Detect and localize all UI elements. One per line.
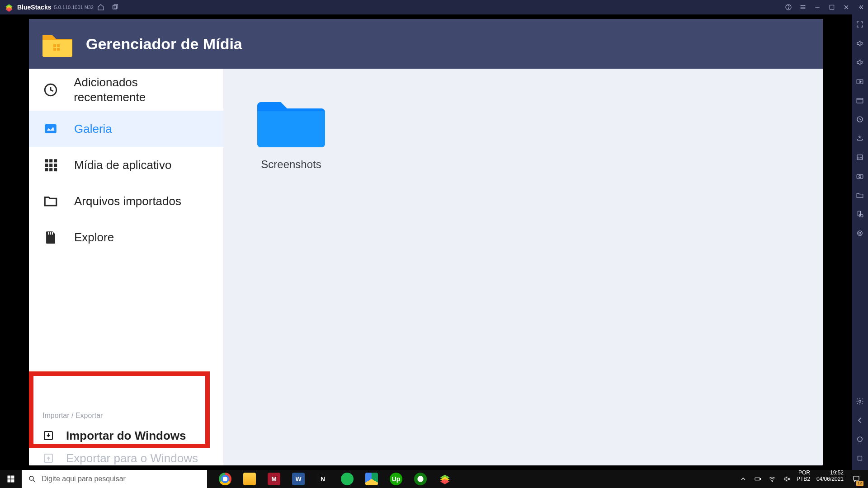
svg-point-16 [859, 400, 861, 403]
back-icon[interactable] [854, 415, 865, 426]
trim-memory-icon[interactable] [854, 133, 865, 144]
svg-rect-22 [57, 48, 60, 51]
help-icon[interactable] [781, 0, 796, 14]
bluestacks-side-toolbar: APK [852, 14, 868, 470]
svg-point-43 [29, 476, 33, 480]
svg-rect-39 [8, 476, 11, 479]
clock-icon [42, 82, 58, 98]
svg-rect-0 [113, 5, 117, 9]
sidebar-item-recent[interactable]: Adicionados recentemente [29, 69, 223, 111]
svg-rect-41 [8, 479, 11, 483]
svg-rect-30 [54, 164, 57, 167]
svg-rect-1 [114, 5, 118, 8]
media-manager-window: Gerenciador de Mídia Adicionados recente… [29, 19, 823, 465]
notification-badge: 12 [856, 481, 863, 486]
sidebar-item-explore[interactable]: Explore [29, 219, 223, 255]
svg-rect-45 [755, 478, 760, 480]
show-desktop-button[interactable] [865, 470, 868, 488]
taskbar-app-upwork[interactable]: Up [387, 470, 405, 488]
svg-rect-34 [48, 232, 49, 235]
export-icon [42, 452, 54, 464]
close-icon[interactable] [839, 0, 854, 14]
sidebar-item-label: Arquivos importados [74, 194, 181, 208]
search-icon [28, 475, 36, 483]
start-button[interactable] [0, 470, 22, 488]
taskbar-app-bluestacks[interactable] [436, 470, 454, 488]
taskbar-app-drive[interactable] [363, 470, 381, 488]
sidebar-item-label: Adicionados recentemente [74, 75, 210, 104]
clock-icon[interactable] [854, 114, 865, 125]
sidebar-item-imported[interactable]: Arquivos importados [29, 183, 223, 219]
svg-rect-33 [54, 168, 57, 171]
media-manager-header: Gerenciador de Mídia [29, 19, 823, 69]
folder-icon [257, 96, 325, 149]
taskbar-app-mendeley[interactable]: M [265, 470, 283, 488]
sidebar-item-label: Galeria [74, 122, 112, 136]
svg-rect-42 [11, 479, 14, 483]
screenshot-icon[interactable] [854, 171, 865, 182]
svg-point-47 [772, 481, 772, 482]
taskbar-app-notion[interactable]: N [314, 470, 332, 488]
language-indicator[interactable]: POR PTB2 [794, 470, 813, 488]
sync-icon[interactable] [854, 95, 865, 106]
svg-rect-20 [57, 44, 60, 47]
wifi-icon[interactable] [769, 475, 776, 483]
sd-card-icon [42, 229, 59, 245]
action-center-icon[interactable]: 12 [847, 470, 865, 488]
bluestacks-logo-icon [5, 3, 14, 12]
rotate-icon[interactable] [854, 209, 865, 220]
recents-nav-icon[interactable] [854, 453, 865, 464]
clock-date: 04/06/2021 [816, 476, 844, 483]
taskbar-app-spotify[interactable] [338, 470, 356, 488]
install-apk-icon[interactable]: APK [854, 152, 865, 163]
taskbar-app-chrome[interactable] [216, 470, 234, 488]
svg-rect-48 [854, 476, 859, 480]
minimize-icon[interactable] [810, 0, 825, 14]
svg-rect-18 [858, 456, 862, 460]
svg-rect-21 [53, 48, 56, 51]
taskbar-search[interactable]: Digite aqui para pesquisar [22, 470, 207, 488]
maximize-icon[interactable] [825, 0, 839, 14]
import-from-windows-button[interactable]: Importar do Windows [29, 422, 223, 449]
export-to-windows-button[interactable]: Exportar para o Windows [29, 449, 223, 466]
recent-apps-icon[interactable] [108, 0, 123, 14]
app-name: BlueStacks [17, 4, 51, 11]
svg-rect-46 [760, 479, 760, 480]
taskbar-app-word[interactable]: W [289, 470, 307, 488]
system-tray[interactable] [740, 470, 794, 488]
svg-point-11 [859, 176, 861, 178]
svg-rect-35 [50, 232, 51, 235]
collapse-sidebar-icon[interactable] [854, 0, 868, 14]
search-placeholder: Digite aqui para pesquisar [42, 475, 126, 483]
folder-tile-screenshots[interactable]: Screenshots [255, 96, 327, 171]
page-title: Gerenciador de Mídia [86, 35, 242, 53]
svg-rect-4 [830, 5, 834, 9]
image-icon [42, 121, 59, 137]
home-icon[interactable] [94, 0, 108, 14]
svg-point-44 [417, 476, 423, 482]
keyboard-controls-icon[interactable] [854, 76, 865, 87]
sidebar-item-gallery[interactable]: Galeria [29, 111, 223, 147]
fullscreen-icon[interactable] [854, 19, 865, 30]
svg-rect-28 [45, 164, 48, 167]
sidebar-item-app-media[interactable]: Mídia de aplicativo [29, 147, 223, 183]
taskbar-clock[interactable]: 19:52 04/06/2021 [813, 470, 847, 488]
sidebar-item-label: Explore [74, 230, 114, 244]
export-label: Exportar para o Windows [66, 451, 198, 466]
battery-icon[interactable] [754, 475, 761, 483]
settings-icon[interactable] [854, 396, 865, 407]
volume-down-icon[interactable] [854, 57, 865, 68]
taskbar-app-xbox[interactable] [411, 470, 429, 488]
menu-icon[interactable] [796, 0, 810, 14]
import-label: Importar do Windows [66, 429, 186, 443]
taskbar-app-explorer[interactable] [241, 470, 259, 488]
home-nav-icon[interactable] [854, 434, 865, 445]
svg-point-14 [859, 232, 861, 235]
shake-icon[interactable] [854, 228, 865, 239]
svg-rect-19 [53, 44, 56, 47]
chevron-up-icon[interactable] [740, 475, 747, 483]
volume-mute-icon[interactable] [783, 475, 790, 483]
svg-rect-10 [857, 174, 863, 178]
media-folder-icon[interactable] [854, 190, 865, 201]
volume-up-icon[interactable] [854, 38, 865, 49]
